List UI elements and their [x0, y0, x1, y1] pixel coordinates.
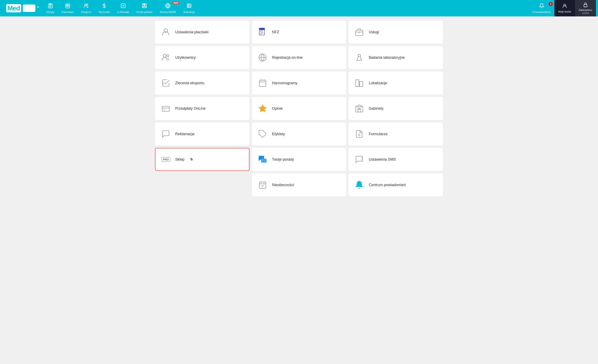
icon-hospital — [354, 103, 365, 114]
icon-star — [257, 103, 268, 114]
svg-rect-9 — [67, 6, 67, 6]
health-icon — [121, 3, 126, 10]
card-label-gabinety: Gabinety — [369, 106, 383, 111]
nav-label-moje-konto: Moje konto — [558, 10, 571, 13]
svg-rect-30 — [259, 28, 265, 30]
cross-icon — [142, 3, 147, 10]
icon-briefcase — [354, 27, 365, 37]
svg-rect-69 — [261, 159, 266, 163]
nav-item-kalendarz[interactable]: Kalendarz — [58, 0, 77, 16]
card-label-harmonogramy: Harmonogramy — [272, 81, 298, 85]
icon-lab — [354, 52, 365, 63]
cards-grid: Ustawienia placówki NFZ NFZ Usługi Uż — [155, 21, 443, 196]
nav-label-strona: Strona WWW — [160, 10, 176, 14]
nav-item-powiadomienia[interactable]: 9 Powiadomienia — [529, 0, 554, 16]
card-label-zlecenia-eksportu: Zlecenia eksportu — [175, 81, 204, 85]
clipboard-icon — [48, 3, 53, 10]
card-label-nfz: NFZ — [272, 30, 279, 34]
icon-nfz: NFZ — [257, 27, 268, 37]
zabezpiecz-time: 119:53 — [582, 12, 589, 14]
svg-rect-10 — [68, 6, 68, 6]
card-etykiety[interactable]: Etykiety — [252, 122, 346, 146]
svg-point-38 — [163, 54, 166, 57]
globe-icon — [165, 3, 170, 10]
svg-rect-49 — [356, 80, 359, 87]
logo[interactable]: Med File ® — [2, 0, 43, 16]
card-nieobecnosci[interactable]: Nieobecności — [252, 173, 346, 196]
card-label-ustawienia-sms: Ustawienia SMS — [369, 157, 396, 162]
dollar-icon — [102, 3, 107, 10]
nav-label-powiadomienia: Powiadomienia — [533, 10, 551, 14]
nav-right: 9 Powiadomienia Moje konto — [529, 0, 596, 16]
nav-label-zabezpiecz: Zabezpiecz — [579, 8, 592, 11]
icon-building — [354, 78, 365, 88]
nav-item-ezdrowie[interactable]: e-Zdrowie — [114, 0, 133, 16]
card-uzytkownicy[interactable]: Użytkownicy — [155, 46, 249, 69]
card-sklep[interactable]: PRO Sklep 🖱 — [155, 148, 249, 171]
svg-text:NFZ: NFZ — [260, 30, 263, 32]
svg-rect-45 — [259, 80, 266, 87]
new-badge: NEW — [172, 2, 179, 4]
icon-tag — [257, 129, 268, 139]
bell-nav-icon — [539, 3, 544, 10]
calendar-icon — [65, 3, 70, 10]
nav-label-ezdrowie: e-Zdrowie — [117, 10, 129, 14]
card-label-sklep: Sklep — [175, 157, 184, 162]
svg-rect-50 — [360, 81, 363, 87]
card-label-reklamacje: Reklamacje — [175, 132, 195, 136]
users-icon — [83, 3, 89, 10]
main-nav: Wizyty Kalendarz — [43, 0, 529, 16]
nav-label-pacjenci: Pacjenci — [81, 10, 91, 14]
icon-calendar2 — [257, 78, 268, 88]
nav-item-instrukcje[interactable]: Instrukcje — [180, 0, 199, 16]
card-przedplaty-online[interactable]: Przedpłaty OnLine — [155, 97, 249, 120]
nav-item-zabezpiecz[interactable]: Zabezpiecz 119:53 — [575, 0, 596, 16]
card-rejestracja-online[interactable]: Rejestracja on-line — [252, 46, 346, 69]
card-gabinety[interactable]: Gabinety — [349, 97, 443, 120]
nav-item-punkt[interactable]: Punkt pobrań — [133, 0, 156, 16]
card-label-twoje-porady: Twoje porady — [272, 157, 294, 162]
nav-item-strona[interactable]: NEW Strona WWW — [156, 0, 180, 16]
card-twoje-porady[interactable]: Twoje porady — [252, 148, 346, 171]
icon-list-check — [160, 78, 171, 88]
icon-card — [160, 103, 171, 114]
card-ustawienia-sms[interactable]: Ustawienia SMS — [349, 148, 443, 171]
nav-item-wizyty[interactable]: Wizyty — [43, 0, 58, 16]
card-label-rejestracja-online: Rejestracja on-line — [272, 56, 303, 60]
icon-chat2 — [257, 154, 268, 165]
icon-globe — [257, 52, 268, 63]
nav-item-moje-konto[interactable]: Moje konto — [554, 0, 575, 16]
nav-item-pacjenci[interactable]: Pacjenci — [77, 0, 95, 16]
card-label-etykiety: Etykiety — [272, 132, 285, 136]
card-reklamacje[interactable]: Reklamacje — [155, 122, 249, 146]
main-header: Med File ® Wizyty — [0, 0, 598, 16]
lock-icon — [583, 2, 588, 8]
card-harmonogramy[interactable]: Harmonogramy — [252, 72, 346, 95]
card-lokalizacje[interactable]: Lokalizacje — [349, 72, 443, 95]
pro-badge-icon: PRO — [160, 154, 171, 165]
card-nfz[interactable]: NFZ NFZ — [252, 21, 346, 44]
nav-label-wizyty: Wizyty — [46, 10, 54, 14]
svg-point-12 — [87, 4, 88, 5]
card-label-przedplaty-online: Przedpłaty OnLine — [175, 106, 206, 111]
svg-marker-60 — [259, 105, 266, 112]
card-centrum-powiadomien[interactable]: Centrum powiadomień — [349, 173, 443, 196]
icon-chat — [160, 129, 171, 139]
icon-calendar3 — [257, 179, 268, 190]
nav-label-instrukcje: Instrukcje — [183, 10, 195, 14]
card-uslugi[interactable]: Usługi — [349, 21, 443, 44]
icon-form — [354, 129, 365, 139]
nav-item-rachunki[interactable]: Rachunki — [95, 0, 114, 16]
svg-point-11 — [85, 4, 87, 6]
card-label-uslugi: Usługi — [369, 30, 379, 34]
card-formularze[interactable]: Formularze — [349, 122, 443, 146]
cursor-icon: 🖱 — [190, 157, 193, 162]
book-icon — [187, 3, 192, 10]
nav-label-kalendarz: Kalendarz — [62, 10, 74, 14]
card-opinie[interactable]: Opinie — [252, 97, 346, 120]
svg-rect-27 — [584, 5, 587, 7]
card-ustawienia-placowki[interactable]: Ustawienia placówki — [155, 21, 249, 44]
nav-label-punkt: Punkt pobrań — [137, 10, 152, 14]
card-badania-lab[interactable]: Badania laboratoryjne — [349, 46, 443, 69]
card-zlecenia-eksportu[interactable]: Zlecenia eksportu — [155, 72, 249, 95]
